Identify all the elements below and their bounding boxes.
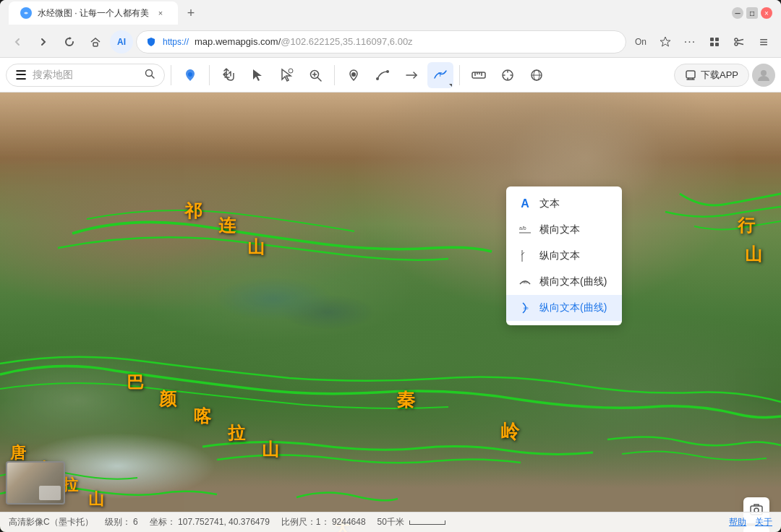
label-bayan-yan: 颜 (159, 387, 176, 411)
pan-tool-btn[interactable] (215, 62, 242, 88)
scale-bar-line (409, 520, 445, 525)
label-qinling-ling: 岭 (500, 419, 519, 445)
svg-point-17 (376, 77, 379, 80)
menu-button[interactable]: ≡ (752, 30, 775, 53)
divider4 (459, 65, 460, 85)
onoff-toggle[interactable]: On (629, 30, 652, 53)
svg-text:ab: ab (523, 280, 528, 284)
svg-rect-21 (472, 72, 485, 78)
map-thumbnail[interactable] (6, 461, 65, 505)
label-qinling-qin: 秦 (396, 387, 415, 413)
close-btn[interactable]: × (761, 7, 772, 19)
menu-item-horizontal-text[interactable]: a/b 横向文本 (506, 217, 622, 243)
address-bar[interactable]: https:// map.wemapgis.com/@102.622125,35… (136, 30, 626, 53)
map-toolbar: ☰ 搜索地图 (0, 58, 781, 93)
more-button[interactable]: ··· (678, 30, 701, 53)
dropdown-arrow (449, 84, 452, 87)
menu-item-horiz-curve-label: 横向文本(曲线) (539, 275, 607, 288)
vertical-curve-icon: ab (518, 301, 532, 315)
svg-text:T: T (438, 71, 443, 78)
svg-point-11 (289, 69, 293, 73)
help-about: 帮助 关于 (729, 516, 772, 528)
maximize-btn[interactable]: □ (746, 7, 758, 19)
extensions-button[interactable] (703, 30, 726, 53)
vertical-text-icon (518, 249, 532, 263)
map-area[interactable]: 祁 连 山 行 山 巴 颜 喀 拉 山 秦 岭 唐 古 拉 山 大 雪 山 A (0, 93, 781, 532)
label-right-hang: 行 (738, 214, 755, 237)
select3-tool-btn[interactable] (495, 62, 521, 88)
label-right-shan: 山 (745, 243, 762, 266)
window-controls: ─ □ × (732, 7, 772, 19)
coords-info: 坐标： 107.752741, 40.376479 (150, 516, 270, 528)
new-tab-button[interactable]: + (181, 3, 201, 23)
url-full: map.wemapgis.com/@102.622125,35.116097,6… (195, 36, 617, 47)
tab-favicon (20, 7, 32, 19)
minimize-btn[interactable]: ─ (732, 7, 743, 19)
arrow-tool-btn[interactable] (398, 62, 424, 88)
menu-item-horizontal-label: 横向文本 (539, 223, 580, 236)
menu-item-text[interactable]: A 文本 (506, 191, 622, 217)
menu-item-vertical-text[interactable]: 纵向文本 (506, 243, 622, 269)
help-link[interactable]: 帮助 (729, 516, 746, 528)
tab-title: 水经微图 · 让每一个人都有美 (38, 7, 149, 20)
text-curve-tool-btn[interactable]: T (427, 62, 453, 88)
label-bayan-ka: 喀 (194, 405, 211, 428)
ai-label: AI (117, 37, 126, 47)
svg-point-31 (761, 70, 767, 76)
svg-point-16 (351, 72, 356, 77)
svg-point-18 (386, 70, 389, 73)
thumbnail-highlight (39, 486, 61, 500)
active-tab[interactable]: 水经微图 · 让每一个人都有美 × (9, 1, 178, 25)
title-bar: 水经微图 · 让每一个人都有美 × + ─ □ × (0, 0, 781, 26)
search-placeholder: 搜索地图 (33, 69, 138, 82)
line-tool-btn[interactable] (370, 62, 396, 88)
star-button[interactable] (654, 30, 677, 53)
back-button[interactable] (6, 30, 29, 53)
svg-rect-4 (710, 43, 714, 46)
point-tool-btn[interactable] (341, 62, 367, 88)
measure-tool-btn[interactable] (466, 62, 492, 88)
menu-item-vertical-curve[interactable]: ab 纵向文本(曲线) (506, 295, 622, 321)
home-button[interactable] (84, 30, 107, 53)
svg-rect-1 (93, 43, 98, 46)
location-pin-btn[interactable] (177, 62, 203, 88)
download-app-label: 下载APP (701, 69, 738, 82)
divider3 (334, 65, 335, 85)
ai-button[interactable]: AI (110, 30, 133, 53)
zoom-tool-btn[interactable] (302, 62, 328, 88)
nav-bar: AI https:// map.wemapgis.com/@102.622125… (0, 26, 781, 58)
map-statusbar: 高清影像C（墨卡托） 级别： 6 坐标： 107.752741, 40.3764… (0, 512, 781, 532)
menu-item-horizontal-curve[interactable]: ab 横向文本(曲线) (506, 269, 622, 295)
globe-tool-btn[interactable] (524, 62, 550, 88)
text-dropdown-menu: A 文本 a/b 横向文本 纵向文本 ab 横向文本(曲线) (506, 186, 622, 325)
forward-button[interactable] (32, 30, 55, 53)
select2-tool-btn[interactable] (273, 62, 299, 88)
label-bayan-shan: 山 (262, 438, 279, 461)
refresh-button[interactable] (58, 30, 81, 53)
download-app-button[interactable]: 下载APP (674, 64, 749, 87)
divider2 (209, 65, 210, 85)
scissors-button[interactable] (727, 30, 751, 53)
scale-info: 比例尺：1： 9244648 (281, 516, 366, 528)
svg-line-9 (152, 75, 155, 78)
shield-icon (145, 36, 157, 48)
tab-close-btn[interactable]: × (155, 7, 166, 19)
svg-line-13 (317, 77, 321, 81)
toolbar-right: 下载APP (674, 64, 775, 87)
about-link[interactable]: 关于 (755, 516, 772, 528)
browser-frame: 水经微图 · 让每一个人都有美 × + ─ □ × AI (0, 0, 781, 532)
label-qilian-lian: 连 (218, 214, 237, 237)
divider1 (171, 65, 171, 85)
select-tool-btn[interactable] (244, 62, 270, 88)
level-info: 级别： 6 (105, 516, 138, 528)
svg-point-7 (735, 43, 738, 46)
search-bar[interactable]: ☰ 搜索地图 (6, 64, 165, 87)
text-icon: A (518, 197, 532, 211)
label-bayan-la: 拉 (228, 421, 245, 445)
search-icon[interactable] (144, 68, 155, 82)
menu-item-vertical-label: 纵向文本 (539, 249, 580, 262)
svg-rect-2 (710, 38, 714, 41)
image-source: 高清影像C（墨卡托） (9, 516, 93, 528)
svg-point-6 (735, 38, 738, 41)
user-avatar[interactable] (752, 64, 775, 87)
